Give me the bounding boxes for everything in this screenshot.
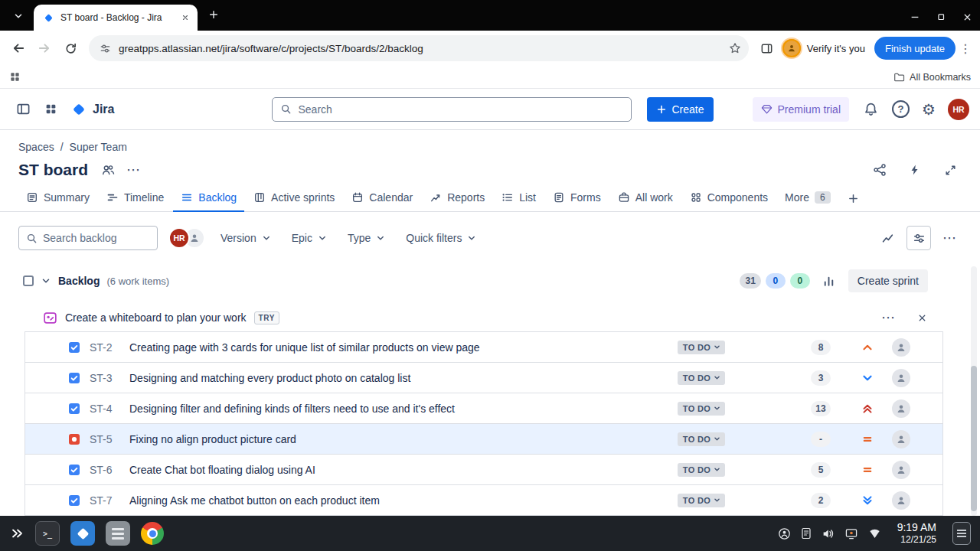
back-button[interactable]	[6, 36, 31, 60]
priority-low-icon[interactable]	[861, 372, 874, 384]
estimate-badge[interactable]: 13	[811, 401, 831, 416]
estimate-badge[interactable]: -	[811, 432, 831, 447]
restore-button[interactable]	[928, 3, 954, 31]
work-item-title[interactable]: Creating page with 3 cards for unique li…	[129, 341, 668, 354]
assignee-avatar[interactable]	[892, 430, 910, 448]
fullscreen-icon[interactable]	[939, 158, 962, 181]
clipboard-tray-icon[interactable]	[801, 527, 812, 540]
notifications-bell-icon[interactable]	[858, 97, 883, 122]
estimate-badge[interactable]: 5	[811, 462, 831, 478]
member-avatar-hr[interactable]: HR	[168, 227, 190, 249]
status-dropdown[interactable]: TO DO	[678, 494, 725, 507]
jira-logo[interactable]: Jira	[70, 101, 114, 118]
global-search-input[interactable]	[298, 103, 623, 116]
status-dropdown[interactable]: TO DO	[678, 402, 725, 416]
chrome-app-icon[interactable]	[141, 522, 164, 545]
filter-epic[interactable]: Epic	[287, 227, 332, 249]
estimate-badge[interactable]: 2	[811, 493, 831, 508]
status-dropdown[interactable]: TO DO	[678, 463, 725, 477]
reload-button[interactable]	[58, 36, 83, 60]
window-close-button[interactable]	[954, 3, 980, 31]
profile-verify-chip[interactable]: Verify it's you	[781, 37, 873, 59]
browser-menu-icon[interactable]	[957, 37, 974, 59]
site-settings-icon[interactable]	[100, 43, 111, 54]
forward-button[interactable]	[32, 36, 57, 60]
backlog-row[interactable]: ST-7Aligning Ask me chatbot button on ea…	[25, 485, 942, 516]
filter-type[interactable]: Type	[343, 227, 390, 249]
banner-close-icon[interactable]	[913, 308, 931, 327]
tab-list[interactable]: List	[494, 186, 544, 212]
work-item-title[interactable]: Fixing no align product picture card	[129, 433, 668, 445]
tab-search-button[interactable]	[8, 5, 29, 27]
filter-quick-filters[interactable]: Quick filters	[401, 227, 482, 249]
priority-high-icon[interactable]	[861, 341, 874, 354]
apps-grid-icon[interactable]	[9, 71, 21, 83]
tab-forms[interactable]: Forms	[545, 186, 609, 212]
filter-more-icon[interactable]	[937, 226, 962, 250]
tab-more[interactable]: More6	[777, 186, 838, 212]
software-app-icon[interactable]	[70, 521, 95, 546]
bookmark-star-icon[interactable]	[724, 37, 746, 59]
file-manager-app-icon[interactable]	[106, 521, 130, 546]
priority-highest-icon[interactable]	[861, 403, 874, 415]
settings-gear-icon[interactable]	[919, 99, 939, 119]
assignee-avatar[interactable]	[892, 491, 910, 510]
work-item-title[interactable]: Aligning Ask me chatbot button on each p…	[129, 494, 668, 507]
user-avatar[interactable]: HR	[948, 99, 969, 120]
address-bar[interactable]: greatpps.atlassian.net/jira/software/c/p…	[89, 35, 749, 61]
help-icon[interactable]	[892, 100, 910, 118]
estimate-badge[interactable]: 3	[811, 370, 831, 386]
banner-more-icon[interactable]	[879, 308, 897, 327]
volume-tray-icon[interactable]	[822, 527, 835, 540]
share-icon[interactable]	[868, 158, 891, 181]
terminal-app-icon[interactable]	[35, 521, 60, 546]
quick-settings-panel-icon[interactable]	[952, 522, 971, 545]
network-tray-icon[interactable]	[868, 527, 881, 540]
work-item-title[interactable]: Designing and matching every product pho…	[129, 372, 668, 384]
backlog-row[interactable]: ST-5Fixing no align product picture card…	[25, 424, 942, 455]
tab-timeline[interactable]: Timeline	[99, 186, 172, 212]
side-panel-icon[interactable]	[755, 36, 779, 60]
taskbar-clock[interactable]: 9:19 AM 12/21/25	[897, 520, 936, 546]
estimate-badge[interactable]: 8	[811, 340, 831, 355]
assignee-avatar[interactable]	[892, 338, 910, 357]
board-members-icon[interactable]	[96, 158, 119, 181]
browser-tab[interactable]: ST board - Backlog - Jira	[34, 5, 198, 31]
section-collapse-icon[interactable]	[41, 276, 51, 286]
scrollbar-thumb[interactable]	[971, 366, 977, 511]
sidebar-toggle-icon[interactable]	[11, 97, 35, 122]
add-view-button[interactable]	[840, 187, 867, 211]
assignee-avatar[interactable]	[892, 369, 910, 387]
create-button[interactable]: Create	[647, 97, 713, 122]
tab-close-icon[interactable]	[178, 11, 191, 24]
select-all-checkbox[interactable]	[23, 276, 34, 286]
priority-medium-icon[interactable]	[861, 433, 874, 445]
board-more-actions-icon[interactable]	[122, 158, 145, 181]
all-bookmarks[interactable]: All Bookmarks	[893, 71, 971, 83]
filter-version[interactable]: Version	[216, 227, 276, 249]
app-switcher-icon[interactable]	[38, 97, 63, 122]
status-dropdown[interactable]: TO DO	[678, 371, 725, 385]
status-dropdown[interactable]: TO DO	[678, 341, 725, 354]
backlog-row[interactable]: ST-2Creating page with 3 cards for uniqu…	[25, 332, 942, 363]
finish-update-button[interactable]: Finish update	[874, 37, 956, 60]
tab-all-work[interactable]: All work	[610, 186, 681, 212]
breadcrumb-spaces[interactable]: Spaces	[18, 141, 54, 153]
user-tray-icon[interactable]	[778, 527, 791, 540]
insights-chart-icon[interactable]	[876, 226, 900, 250]
backlog-search[interactable]	[18, 226, 158, 250]
new-tab-button[interactable]	[204, 5, 224, 24]
launcher-chevrons-icon[interactable]	[9, 526, 24, 541]
tab-reports[interactable]: Reports	[422, 186, 492, 212]
create-sprint-button[interactable]: Create sprint	[848, 269, 928, 292]
global-search[interactable]	[272, 97, 632, 122]
backlog-row[interactable]: ST-6Create Chat bot floating dialog usin…	[25, 455, 942, 485]
work-item-title[interactable]: Create Chat bot floating dialog using AI	[129, 464, 668, 476]
premium-trial-button[interactable]: Premium trial	[753, 97, 849, 122]
tab-components[interactable]: Components	[682, 186, 776, 212]
assignee-avatar[interactable]	[892, 461, 910, 479]
work-item-title[interactable]: Designing filter and defining kinds of f…	[129, 403, 668, 415]
status-dropdown[interactable]: TO DO	[678, 432, 725, 446]
backlog-row[interactable]: ST-4Designing filter and defining kinds …	[25, 393, 942, 424]
minimize-button[interactable]	[902, 3, 928, 31]
